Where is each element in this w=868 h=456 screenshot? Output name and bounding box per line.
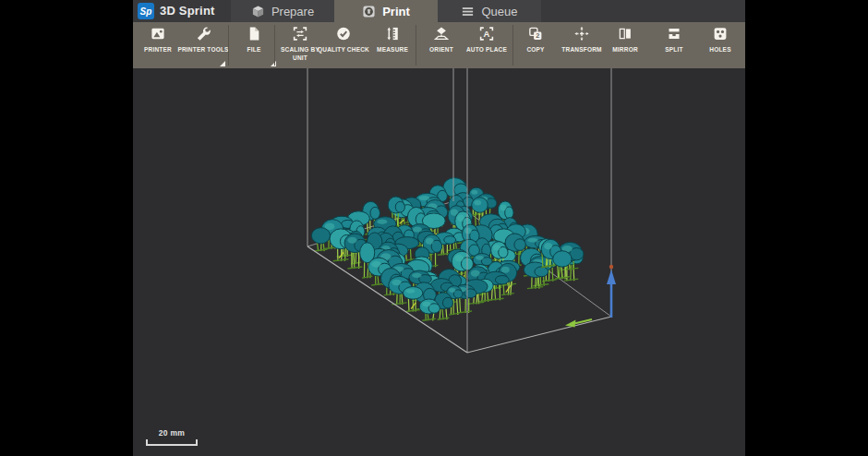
printer-tools-button[interactable]: PRINTER TOOLS [179,22,227,68]
tab-queue[interactable]: Queue [438,0,541,22]
svg-text:A: A [484,29,490,39]
toolbar-button-label: PRINTER TOOLS [177,46,229,54]
tab-label: Queue [481,5,517,18]
top-bar: Sp 3D Sprint PreparePrintQueue [133,0,745,22]
transform-button[interactable]: TRANSFORM [558,22,606,68]
printer-button[interactable]: PRINTER [134,22,182,68]
screen: Sp 3D Sprint PreparePrintQueue PRINTERPR… [0,0,868,456]
mirror-icon [618,26,633,42]
printer-box-icon [362,5,376,18]
toolbar-button-label: MEASURE [367,46,418,54]
tab-label: Print [382,5,410,18]
toolbar-button-label: QUALITY CHECK [318,46,369,54]
dental-model[interactable] [419,299,440,320]
holes-button[interactable]: HOLES [696,22,744,68]
viewport-3d[interactable]: 20 mm [133,68,745,456]
orient-button[interactable]: ORIENT [417,22,465,68]
toolbar: PRINTERPRINTER TOOLSFILESCALING BY UNITQ… [133,22,745,68]
scale-unit-icon [293,26,308,42]
toolbar-button-label: PRINTER [133,46,184,54]
build-scene[interactable] [133,68,745,456]
mirror-button[interactable]: MIRROR [601,22,649,68]
toolbar-button-label: FILE [228,46,280,54]
queue-icon [461,5,475,18]
auto-place-icon: A [479,26,495,42]
printer-icon [151,26,166,42]
file-icon [247,26,262,42]
scale-bar-label: 20 mm [146,428,198,438]
split-icon [667,26,682,42]
measure-icon [385,26,401,42]
toolbar-button-label: COPY [510,46,561,54]
holes-icon [713,26,729,42]
scale-bar-bracket [146,439,198,446]
copy-icon: 2 [528,26,544,42]
copy-button[interactable]: 2COPY [512,22,560,68]
3d-sprint-window: Sp 3D Sprint PreparePrintQueue PRINTERPR… [133,0,745,456]
auto-place-button[interactable]: AAUTO PLACE [463,22,511,68]
model-cluster[interactable] [311,178,584,321]
axis-tip-dot [609,265,613,269]
measure-button[interactable]: MEASURE [368,22,416,68]
orient-icon [434,26,450,42]
scale-bar: 20 mm [146,428,198,446]
dropdown-corner-icon [220,61,225,66]
toolbar-button-label: AUTO PLACE [461,46,512,54]
tab-print[interactable]: Print [334,0,438,22]
dental-model[interactable] [553,251,572,279]
quality-check-button[interactable]: QUALITY CHECK [319,22,368,68]
toolbar-button-label: SPLIT [648,46,700,54]
dental-model[interactable] [311,228,330,251]
file-button[interactable]: FILE [230,22,278,68]
cube-icon [251,5,265,18]
toolbar-button-label: MIRROR [599,46,651,54]
tab-bar: PreparePrintQueue [231,0,541,22]
toolbar-separator [416,25,416,66]
scaling-by-unit-button[interactable]: SCALING BY UNIT [276,22,324,68]
toolbar-separator [228,25,229,66]
split-button[interactable]: SPLIT [650,22,698,68]
toolbar-button-label: HOLES [694,46,745,54]
tab-label: Prepare [271,5,314,18]
toolbar-button-label: ORIENT [416,46,467,54]
platform-axis-arrow[interactable] [565,319,592,328]
z-axis-handle[interactable] [607,265,616,318]
tab-prepare[interactable]: Prepare [231,0,334,22]
check-circle-icon [336,26,352,42]
wrench-icon [196,26,211,42]
svg-text:2: 2 [536,31,539,40]
app-title: 3D Sprint [160,4,215,18]
app-logo: Sp [138,3,154,19]
toolbar-separator [512,25,513,66]
toolbar-separator [274,25,275,66]
transform-icon [574,26,590,42]
